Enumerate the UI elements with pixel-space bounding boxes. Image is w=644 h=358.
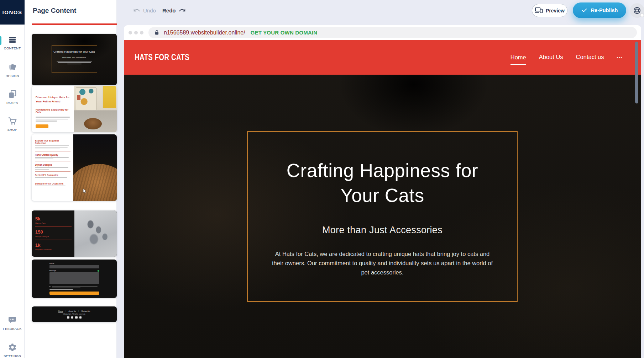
photo-yellow-sign xyxy=(103,86,116,108)
window-dot xyxy=(129,31,132,34)
app-sidebar: IONOS CONTENT DESIGN PAGES SHOP xyxy=(0,0,25,358)
preview-button[interactable]: Preview xyxy=(532,4,567,17)
stat-item: 150 Unique Designs xyxy=(35,229,74,240)
thumb-stats-list: 5k Happy Cats 150 Unique Designs 1k Repe… xyxy=(32,210,74,257)
nav-item-home[interactable]: Home xyxy=(511,54,526,65)
feature-item: Explore Our Exquisite Collection xyxy=(35,139,70,151)
thumb-text-placeholder xyxy=(52,286,99,288)
redo-button[interactable]: Redo xyxy=(162,7,186,14)
republish-button[interactable]: Re-Publish xyxy=(573,2,626,18)
thumb-hero-box: Crafting Happiness for Your Cats More th… xyxy=(52,45,97,73)
check-icon xyxy=(581,7,587,14)
sidebar-item-settings[interactable]: SETTINGS xyxy=(0,343,25,358)
site-header: HATS FOR CATS Home About Us Contact us •… xyxy=(124,40,641,75)
preview-label: Preview xyxy=(546,8,565,14)
redo-icon xyxy=(179,7,186,14)
thumb-discover-subheading: Handcrafted Exclusively for Cats xyxy=(36,108,70,113)
footer-links: Home | About Us | Contact Us xyxy=(58,310,90,312)
thumb-hero-subheading: More than Just Accessories xyxy=(52,57,97,59)
undo-icon xyxy=(133,7,140,14)
page-content-panel: Page Content Crafting Happiness for Your… xyxy=(25,0,117,358)
thumb-form: Name* Message xyxy=(49,263,99,295)
section-thumbnail-contact-form[interactable]: Name* Message xyxy=(32,260,117,298)
active-indicator xyxy=(0,36,1,45)
design-icon xyxy=(8,63,17,72)
undo-button[interactable]: Undo xyxy=(133,7,156,14)
section-thumbnail-stats[interactable]: 5k Happy Cats 150 Unique Designs 1k Repe… xyxy=(32,210,117,257)
photo-red-sign xyxy=(77,95,80,100)
hero-paragraph[interactable]: At Hats for Cats, we are dedicated to cr… xyxy=(271,249,494,277)
facebook-icon xyxy=(67,316,69,319)
nav-more-button[interactable]: ••• xyxy=(617,55,623,59)
thumb-discover-text: Discover Unique Hats for Your Feline Fri… xyxy=(32,86,74,132)
redo-label: Redo xyxy=(162,7,176,14)
form-required-note xyxy=(49,289,73,290)
youtube-icon xyxy=(75,316,78,319)
hero-heading[interactable]: Crafting Happiness for Your Cats xyxy=(267,158,498,208)
feedback-icon xyxy=(7,316,17,325)
ionos-logo[interactable]: IONOS xyxy=(0,0,25,25)
globe-icon xyxy=(633,6,641,15)
pages-icon xyxy=(8,90,17,99)
feature-item: Perfect Fit Guarantee xyxy=(35,174,70,180)
x-icon xyxy=(71,316,74,319)
notification-dot xyxy=(640,14,644,17)
nav-item-contact[interactable]: Contact us xyxy=(576,54,604,61)
photo-cat xyxy=(84,118,102,129)
thumb-street-cat-photo xyxy=(74,86,117,132)
section-thumbnail-hero[interactable]: Crafting Happiness for Your Cats More th… xyxy=(32,34,117,85)
feature-item: Stylish Designs xyxy=(35,164,70,171)
form-submit-button xyxy=(49,292,99,295)
republish-label: Re-Publish xyxy=(591,7,618,13)
site-logo[interactable]: HATS FOR CATS xyxy=(135,52,189,62)
browser-chrome-bar: n1566589.websitebuilder.online/ GET YOUR… xyxy=(124,25,641,40)
nav-item-about[interactable]: About Us xyxy=(539,54,563,61)
panel-title: Page Content xyxy=(33,7,76,15)
photo-cat-back xyxy=(73,164,117,201)
window-dot xyxy=(140,31,143,34)
settings-icon xyxy=(8,343,17,352)
stat-item: 5k Happy Cats xyxy=(35,216,74,227)
preview-scrollbar[interactable] xyxy=(635,42,638,103)
form-name-label: Name* xyxy=(49,263,99,265)
sidebar-item-design[interactable]: DESIGN xyxy=(0,63,25,78)
form-name-input xyxy=(49,265,99,268)
undo-label: Undo xyxy=(143,7,156,14)
content-icon xyxy=(8,36,17,44)
feature-item: Hand-Crafted Quality xyxy=(35,154,70,161)
instagram-icon xyxy=(79,316,82,319)
footer-social-icons xyxy=(67,316,82,319)
hero-subheading[interactable]: More than Just Accessories xyxy=(248,225,517,236)
site-navigation: Home About Us Contact us ••• xyxy=(511,54,623,61)
lock-icon xyxy=(154,30,160,36)
thumb-shop-button xyxy=(36,124,48,128)
mouse-cursor xyxy=(83,188,87,194)
section-thumbnail-features[interactable]: Explore Our Exquisite Collection Hand-Cr… xyxy=(32,134,117,201)
devices-preview-icon xyxy=(535,7,543,14)
window-dot xyxy=(134,31,138,34)
hero-section[interactable]: Crafting Happiness for Your Cats More th… xyxy=(247,131,518,302)
website-preview-canvas[interactable]: HATS FOR CATS Home About Us Contact us •… xyxy=(124,40,641,358)
language-globe-button[interactable] xyxy=(630,3,644,18)
address-bar[interactable]: n1566589.websitebuilder.online/ GET YOUR… xyxy=(148,27,637,38)
section-thumbnail-discover[interactable]: Discover Unique Hats for Your Feline Fri… xyxy=(32,86,117,132)
thumb-feature-list: Explore Our Exquisite Collection Hand-Cr… xyxy=(32,134,73,201)
feature-item: Suitable for All Occasions xyxy=(35,182,70,187)
sidebar-item-content[interactable]: CONTENT xyxy=(0,36,25,50)
form-consent-checkbox xyxy=(49,286,51,287)
site-url: n1566589.websitebuilder.online/ xyxy=(164,30,245,36)
thumb-text-placeholder xyxy=(36,117,70,122)
thumb-discover-heading: Discover Unique Hats for Your Feline Fri… xyxy=(36,95,70,104)
section-thumbnail-footer[interactable]: Home | About Us | Contact Us ©Copyright.… xyxy=(32,306,117,322)
footer-copyright: ©Copyright. All rights reserved. xyxy=(63,313,85,315)
shop-icon xyxy=(8,116,17,125)
sidebar-item-shop[interactable]: SHOP xyxy=(0,116,25,132)
thumb-hero-heading: Crafting Happiness for Your Cats xyxy=(52,50,97,54)
thumb-pawprint-photo xyxy=(74,210,117,257)
get-domain-link[interactable]: GET YOUR OWN DOMAIN xyxy=(251,30,318,36)
sidebar-item-feedback[interactable]: FEEDBACK xyxy=(0,316,25,331)
stat-item: 1k Repeat Customers xyxy=(35,242,74,251)
sidebar-item-pages[interactable]: PAGES xyxy=(0,90,25,105)
active-tab-indicator xyxy=(32,23,117,25)
form-attachment-icon xyxy=(98,270,99,272)
